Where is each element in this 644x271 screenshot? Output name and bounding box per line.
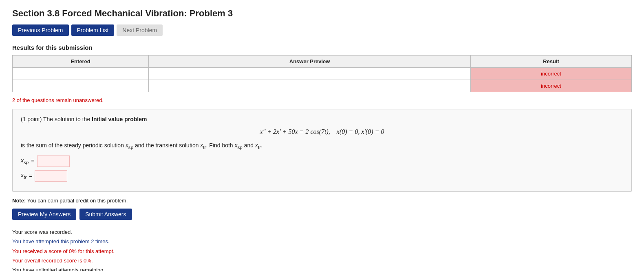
intro-text: The solution to the Initial value proble…	[43, 116, 147, 122]
next-problem-button: Next Problem	[117, 24, 163, 36]
xsp-equals: =	[31, 158, 34, 164]
nav-buttons: Previous Problem Problem List Next Probl…	[12, 24, 632, 36]
action-buttons: Preview My Answers Submit Answers	[12, 209, 632, 220]
point-label: (1 point)	[21, 116, 42, 122]
problem-description: is the sum of the steady periodic soluti…	[21, 142, 623, 150]
xtr-equals: =	[29, 173, 32, 179]
equation-display: x″ + 2x′ + 50x = 2 cos(7t), x(0) = 0, x′…	[21, 128, 623, 136]
col-entered: Entered	[13, 56, 149, 68]
xsp-label: xsp	[21, 157, 29, 165]
cell-entered	[13, 80, 149, 92]
cell-preview	[149, 80, 471, 92]
equation-text: x″ + 2x′ + 50x = 2 cos(7t), x(0) = 0, x′…	[260, 128, 384, 135]
score-line-3: You received a score of 0% for this atte…	[12, 247, 632, 256]
score-line-1: Your score was recorded.	[12, 227, 632, 237]
cell-preview	[149, 68, 471, 80]
score-info: Your score was recorded. You have attemp…	[12, 227, 632, 271]
submit-answers-button[interactable]: Submit Answers	[79, 209, 132, 220]
problem-box: (1 point) The solution to the Initial va…	[12, 109, 632, 192]
score-line-2: You have attempted this problem 2 times.	[12, 237, 632, 246]
table-row: incorrect	[13, 80, 632, 92]
note-label: Note:	[12, 198, 26, 204]
score-line-4: Your overall recorded score is 0%.	[12, 256, 632, 265]
problem-intro: (1 point) The solution to the Initial va…	[21, 116, 623, 122]
previous-problem-button[interactable]: Previous Problem	[12, 24, 69, 36]
col-preview: Answer Preview	[149, 56, 471, 68]
xsp-input[interactable]	[37, 155, 70, 167]
problem-list-button[interactable]: Problem List	[71, 24, 115, 36]
cell-result: incorrect	[471, 68, 632, 80]
score-line-5: You have unlimited attempts remaining.	[12, 265, 632, 271]
unanswered-message: 2 of the questions remain unanswered.	[12, 97, 632, 103]
xtr-input[interactable]	[35, 170, 67, 182]
results-table: Entered Answer Preview Result incorrecti…	[12, 55, 632, 92]
xtr-answer-row: xtr =	[21, 170, 623, 182]
table-row: incorrect	[13, 68, 632, 80]
xtr-label: xtr	[21, 172, 26, 180]
cell-entered	[13, 68, 149, 80]
results-heading: Results for this submission	[12, 44, 632, 51]
note-text: You can earn partial credit on this prob…	[27, 198, 128, 204]
preview-answers-button[interactable]: Preview My Answers	[12, 209, 76, 220]
page-title: Section 3.8 Forced Mechanical Vibration:…	[12, 8, 632, 19]
cell-result: incorrect	[471, 80, 632, 92]
note-line: Note: You can earn partial credit on thi…	[12, 198, 632, 204]
xsp-answer-row: xsp =	[21, 155, 623, 167]
col-result: Result	[471, 56, 632, 68]
results-section: Results for this submission Entered Answ…	[12, 44, 632, 92]
